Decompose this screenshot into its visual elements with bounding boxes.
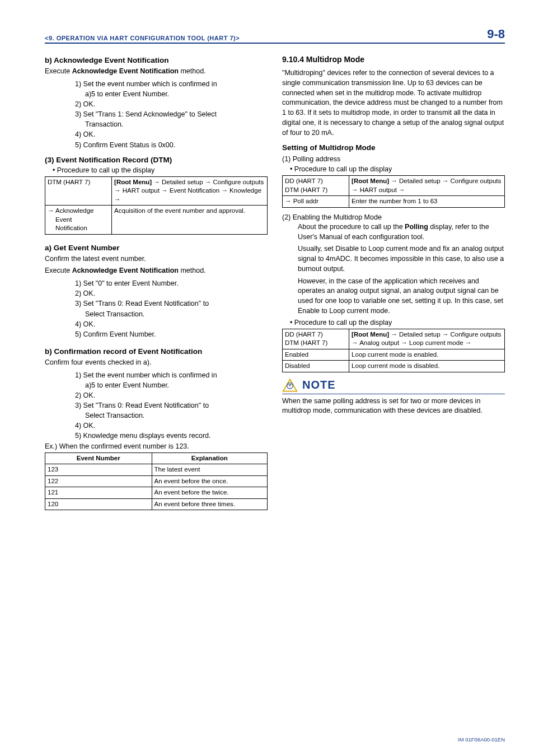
- page-number: 9-8: [487, 27, 505, 41]
- table-cell: Loop current mode is enabled.: [349, 349, 505, 361]
- header-title: <9. OPERATION VIA HART CONFIGURATION TOO…: [45, 35, 240, 41]
- table-cell: An event before the twice.: [152, 487, 267, 499]
- note-header: NOTE: [282, 378, 505, 394]
- table-cell: 122: [45, 475, 152, 487]
- left-column: b) Acknowledge Event Notification Execut…: [45, 52, 268, 516]
- table-cell: 121: [45, 487, 152, 499]
- table-cell: → Acknowledge Event Notification: [45, 206, 112, 235]
- table-cell: DD (HART 7) DTM (HART 7): [283, 176, 349, 196]
- table-header: Explanation: [152, 452, 267, 464]
- table-cell: → Poll addr: [283, 196, 349, 208]
- table-cell: Enter the number from 1 to 63: [349, 196, 505, 208]
- heading-conf-record: b) Confirmation record of Event Notifica…: [45, 347, 268, 356]
- table-cell: DD (HART 7) DTM (HART 7): [283, 329, 349, 349]
- heading-setting: Setting of Multidrop Mode: [282, 143, 505, 152]
- table-cell: An event before the once.: [152, 475, 267, 487]
- warning-icon: [282, 378, 298, 393]
- note-text: When the same polling address is set for…: [282, 396, 505, 417]
- polling-address: (1) Polling address: [282, 155, 505, 163]
- table-event-numbers: Event Number Explanation 123The latest e…: [45, 452, 268, 511]
- heading-multidrop: 9.10.4 Multidrop Mode: [282, 55, 505, 64]
- bullet-proc-3: Procedure to call up the display: [290, 319, 505, 326]
- note-block: NOTE When the same polling address is se…: [282, 378, 505, 417]
- table-cell: [Root Menu] → Detailed setup → Configure…: [349, 329, 505, 349]
- get-line1: Confirm the latest event number.: [45, 254, 268, 264]
- table-cell: Enabled: [283, 349, 349, 361]
- heading-ack-notif: b) Acknowledge Event Notification: [45, 56, 268, 64]
- table-poll-addr: DD (HART 7) DTM (HART 7) [Root Menu] → D…: [282, 175, 505, 208]
- table-cell: Loop current mode is disabled.: [349, 361, 505, 372]
- example-line: Ex.) When the confirmed event number is …: [45, 442, 268, 450]
- table-loop-mode: DD (HART 7) DTM (HART 7) [Root Menu] → D…: [282, 329, 505, 372]
- enabling-mm: (2) Enabling the Multidrop Mode: [282, 213, 505, 221]
- table-header: Event Number: [45, 452, 152, 464]
- get-steps: 1) Set "0" to enter Event Number. 2) OK.…: [45, 278, 268, 339]
- enabling-body2: Usually, set Disable to Loop current mod…: [282, 244, 505, 274]
- table-cell: The latest event: [152, 464, 267, 476]
- footer-code: IM 01F06A00-01EN: [458, 736, 505, 743]
- heading-event-record: (3) Event Notification Record (DTM): [45, 156, 268, 164]
- right-column: 9.10.4 Multidrop Mode "Multidroping" dev…: [282, 52, 505, 516]
- note-label: NOTE: [302, 379, 336, 391]
- table-cell: Acquisition of the event number and appr…: [112, 206, 268, 235]
- table-cell: An event before three times.: [152, 498, 267, 510]
- table-cell: DTM (HART 7): [45, 176, 112, 206]
- multidrop-para: "Multidroping" devices refer to the conn…: [282, 68, 505, 138]
- bullet-proc-1: Procedure to call up the display: [53, 166, 268, 174]
- table-cell: [Root Menu] → Detailed setup → Configure…: [349, 176, 505, 196]
- table-cell: Disabled: [283, 361, 349, 372]
- enabling-body1: About the procedure to call up the Polli…: [282, 222, 505, 242]
- bullet-proc-2: Procedure to call up the display: [290, 165, 505, 173]
- table-event-record: DTM (HART 7) [Root Menu] → Detailed setu…: [45, 176, 268, 235]
- heading-get-event: a) Get Event Number: [45, 244, 268, 252]
- table-cell: 123: [45, 464, 152, 476]
- table-cell: [Root Menu] → Detailed setup → Configure…: [112, 176, 268, 206]
- table-cell: 120: [45, 498, 152, 510]
- conf-line1: Confirm four events checked in a).: [45, 358, 268, 368]
- ack-intro: Execute Acknowledge Event Notification m…: [45, 67, 268, 77]
- page-header: <9. OPERATION VIA HART CONFIGURATION TOO…: [45, 27, 505, 44]
- ack-steps: 1) Set the event number which is confirm…: [45, 79, 268, 150]
- get-line2: Execute Acknowledge Event Notification m…: [45, 266, 268, 276]
- conf-steps: 1) Set the event number which is confirm…: [45, 370, 268, 441]
- enabling-body3: However, in the case of the application …: [282, 277, 505, 316]
